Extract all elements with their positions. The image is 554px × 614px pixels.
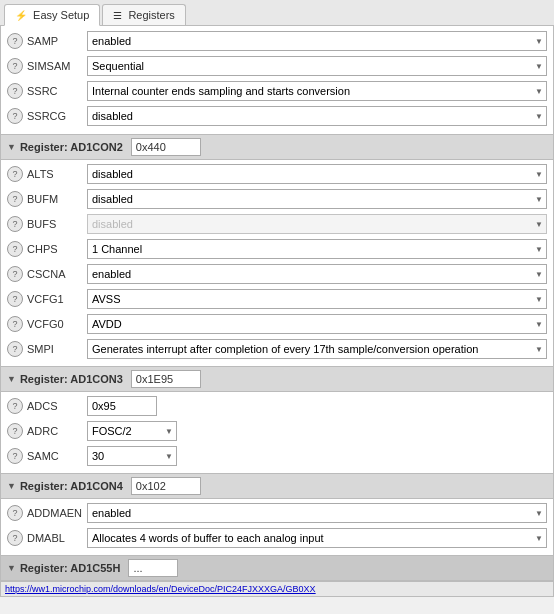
ssrcg-label: SSRCG [27,110,87,122]
ssrcg-select-wrapper: disabled enabled [87,106,547,126]
smpi-help[interactable]: ? [7,341,23,357]
adrc-help[interactable]: ? [7,423,23,439]
vcfg0-help[interactable]: ? [7,316,23,332]
chps-select-wrapper: 1 Channel2 Channels4 Channels [87,239,547,259]
tab-bar: ⚡ Easy Setup ☰ Registers [0,0,554,26]
ad1con2-value[interactable] [131,138,201,156]
ad1con2-header[interactable]: ▼ Register: AD1CON2 [1,134,553,160]
bufs-select[interactable]: disabled [87,214,547,234]
vcfg0-label: VCFG0 [27,318,87,330]
addmaen-select-wrapper: enableddisabled [87,503,547,523]
ad1con2-collapse-icon: ▼ [7,142,16,152]
ad1con4-content: ? ADDMAEN enableddisabled ? DMABL Alloca… [1,499,553,555]
samp-label: SAMP [27,35,87,47]
chps-label: CHPS [27,243,87,255]
dmabl-select-wrapper: Allocates 4 words of buffer to each anal… [87,528,547,548]
ssrc-row: ? SSRC Internal counter ends sampling an… [7,80,547,102]
chps-row: ? CHPS 1 Channel2 Channels4 Channels [7,238,547,260]
ad1con2-content: ? ALTS disabledenabled ? BUFM disableden… [1,160,553,366]
vcfg1-label: VCFG1 [27,293,87,305]
chps-help[interactable]: ? [7,241,23,257]
ssrc-help[interactable]: ? [7,83,23,99]
ad1con3-title: Register: AD1CON3 [20,373,123,385]
ad1con4-value[interactable] [131,477,201,495]
bufm-row: ? BUFM disabledenabled [7,188,547,210]
tab-easy-setup-label: Easy Setup [33,9,89,21]
samp-select[interactable]: enabled disabled [87,31,547,51]
alts-help[interactable]: ? [7,166,23,182]
simsam-select-wrapper: Sequential Simultaneous [87,56,547,76]
samp-help[interactable]: ? [7,33,23,49]
samc-help[interactable]: ? [7,448,23,464]
adcs-label: ADCS [27,400,87,412]
simsam-help[interactable]: ? [7,58,23,74]
samc-row: ? SAMC 30124816 [7,445,547,467]
vcfg0-row: ? VCFG0 AVDDVREF+ [7,313,547,335]
smpi-row: ? SMPI Generates interrupt after complet… [7,338,547,360]
bufm-select-wrapper: disabledenabled [87,189,547,209]
bufs-select-wrapper: disabled [87,214,547,234]
samc-label: SAMC [27,450,87,462]
simsam-label: SIMSAM [27,60,87,72]
samc-select[interactable]: 30124816 [87,446,177,466]
ad1con3-content: ? ADCS ? ADRC FOSC/2RC ? SAMC 30124816 [1,392,553,473]
ad1c55h-header[interactable]: ▼ Register: AD1C55H [1,555,553,581]
addmaen-row: ? ADDMAEN enableddisabled [7,502,547,524]
addmaen-select[interactable]: enableddisabled [87,503,547,523]
smpi-select-wrapper: Generates interrupt after completion of … [87,339,547,359]
adcs-input[interactable] [87,396,157,416]
url-bar: https://ww1.microchip.com/downloads/en/D… [1,581,553,596]
alts-row: ? ALTS disabledenabled [7,163,547,185]
vcfg0-select-wrapper: AVDDVREF+ [87,314,547,334]
addmaen-help[interactable]: ? [7,505,23,521]
tab-registers[interactable]: ☰ Registers [102,4,186,25]
ad1con4-header[interactable]: ▼ Register: AD1CON4 [1,473,553,499]
vcfg1-help[interactable]: ? [7,291,23,307]
ad1c55h-value[interactable] [128,559,178,577]
dmabl-select[interactable]: Allocates 4 words of buffer to each anal… [87,528,547,548]
ssrc-select-wrapper: Internal counter ends sampling and start… [87,81,547,101]
bufm-help[interactable]: ? [7,191,23,207]
adrc-select[interactable]: FOSC/2RC [87,421,177,441]
smpi-select[interactable]: Generates interrupt after completion of … [87,339,547,359]
bufs-row: ? BUFS disabled [7,213,547,235]
ssrcg-help[interactable]: ? [7,108,23,124]
cscna-select-wrapper: enableddisabled [87,264,547,284]
bufm-label: BUFM [27,193,87,205]
ad1c55h-collapse-icon: ▼ [7,563,16,573]
adcs-help[interactable]: ? [7,398,23,414]
registers-icon: ☰ [113,10,122,21]
bufs-label: BUFS [27,218,87,230]
dmabl-help[interactable]: ? [7,530,23,546]
ad1con3-collapse-icon: ▼ [7,374,16,384]
easy-setup-section: ? SAMP enabled disabled ? SIMSAM Sequent… [1,26,553,134]
ad1con3-value[interactable] [131,370,201,388]
vcfg1-select[interactable]: AVSSVREF- [87,289,547,309]
bufs-help[interactable]: ? [7,216,23,232]
chps-select[interactable]: 1 Channel2 Channels4 Channels [87,239,547,259]
vcfg1-row: ? VCFG1 AVSSVREF- [7,288,547,310]
samc-select-wrapper: 30124816 [87,446,177,466]
bufm-select[interactable]: disabledenabled [87,189,547,209]
cscna-help[interactable]: ? [7,266,23,282]
ssrc-select[interactable]: Internal counter ends sampling and start… [87,81,547,101]
vcfg1-select-wrapper: AVSSVREF- [87,289,547,309]
easy-setup-icon: ⚡ [15,10,27,21]
ssrcg-select[interactable]: disabled enabled [87,106,547,126]
url-text: https://ww1.microchip.com/downloads/en/D… [5,584,316,594]
alts-label: ALTS [27,168,87,180]
cscna-row: ? CSCNA enableddisabled [7,263,547,285]
alts-select[interactable]: disabledenabled [87,164,547,184]
ad1con4-title: Register: AD1CON4 [20,480,123,492]
tab-registers-label: Registers [128,9,174,21]
simsam-row: ? SIMSAM Sequential Simultaneous [7,55,547,77]
cscna-select[interactable]: enableddisabled [87,264,547,284]
ssrcg-row: ? SSRCG disabled enabled [7,105,547,127]
ad1con3-header[interactable]: ▼ Register: AD1CON3 [1,366,553,392]
tab-easy-setup[interactable]: ⚡ Easy Setup [4,4,100,26]
ssrc-label: SSRC [27,85,87,97]
cscna-label: CSCNA [27,268,87,280]
simsam-select[interactable]: Sequential Simultaneous [87,56,547,76]
vcfg0-select[interactable]: AVDDVREF+ [87,314,547,334]
adrc-select-wrapper: FOSC/2RC [87,421,177,441]
